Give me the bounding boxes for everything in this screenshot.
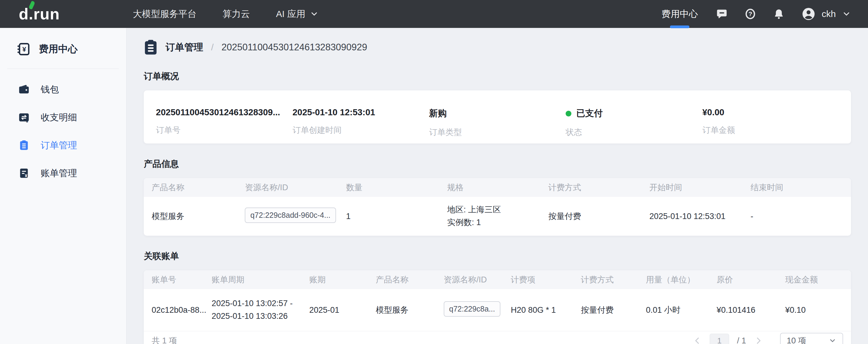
chevron-down-icon <box>829 337 836 344</box>
resource-id-tag[interactable]: q72:229c8a... <box>444 301 501 317</box>
top-navbar: d.run 大模型服务平台 算力云 AI 应用 费用中心 ? <box>0 0 868 28</box>
section-title-bills: 关联账单 <box>144 250 851 262</box>
col-billing-mode: 计费方式 <box>581 270 646 289</box>
chevron-down-icon <box>310 9 319 19</box>
section-title-product: 产品信息 <box>144 158 851 170</box>
status-badge: 已支付 <box>576 107 602 120</box>
col-product-name: 产品名称 <box>376 270 444 289</box>
sidebar-title: ¥ 费用中心 <box>0 28 126 56</box>
period-end: 2025-01-10 13:03:26 <box>212 310 306 323</box>
col-spec: 规格 <box>447 178 548 197</box>
breadcrumb-section[interactable]: 订单管理 <box>165 41 203 54</box>
help-icon[interactable]: ? <box>745 8 756 20</box>
chevron-down-icon <box>842 9 851 19</box>
cell-resource-id: q72:229c8add-960c-4... <box>245 197 346 236</box>
page-size-select[interactable]: 10 项 <box>780 333 843 344</box>
sidebar-divider <box>7 68 119 69</box>
cell-billing-item: H20 80G * 1 <box>511 289 581 331</box>
prev-page-icon[interactable] <box>693 336 702 344</box>
username: ckh <box>822 9 836 19</box>
user-menu[interactable]: ckh <box>802 7 851 21</box>
sidebar-item-label: 钱包 <box>41 84 59 96</box>
next-page-icon[interactable] <box>754 336 763 344</box>
col-billing-month: 账期 <box>309 270 376 289</box>
bills-table: 账单号 账单周期 账期 产品名称 资源名称/ID 计费项 计费方式 用量（单位）… <box>144 270 851 331</box>
logo-text: d.run <box>19 5 60 23</box>
cost-center-icon: ¥ <box>17 42 31 56</box>
sidebar-item-label: 账单管理 <box>41 167 77 180</box>
order-overview-card: 202501100453012461328309... 订单号 2025-01-… <box>144 90 851 144</box>
nav-item-compute-cloud[interactable]: 算力云 <box>223 8 250 20</box>
bill-management-icon: ¥ <box>18 167 30 179</box>
sidebar-title-label: 费用中心 <box>39 42 78 56</box>
cell-bill-period: 2025-01-10 13:02:57 - 2025-01-10 13:03:2… <box>212 289 309 331</box>
col-usage: 用量（单位） <box>646 270 717 289</box>
nav-item-label: 费用中心 <box>661 9 698 19</box>
nav-menu: 大模型服务平台 算力云 AI 应用 <box>133 8 319 20</box>
message-icon[interactable] <box>716 8 727 20</box>
nav-item-cost-center[interactable]: 费用中心 <box>660 8 699 20</box>
col-end-time: 结束时间 <box>751 178 851 197</box>
product-table-header: 产品名称 资源名称/ID 数量 规格 计费方式 开始时间 结束时间 <box>144 178 851 197</box>
sidebar-item-orders[interactable]: 订单管理 <box>0 131 126 159</box>
page-size-value: 10 项 <box>787 335 806 344</box>
breadcrumb-order-id: 2025011004530124613283090929 <box>221 42 367 53</box>
cell-billing-month: 2025-01 <box>309 289 376 331</box>
cell-original-price: ¥0.101416 <box>717 289 785 331</box>
sidebar-item-label: 收支明细 <box>41 111 77 124</box>
nav-item-label: 大模型服务平台 <box>133 8 196 20</box>
order-type-value: 新购 <box>429 107 566 120</box>
cell-quantity: 1 <box>346 197 447 236</box>
nav-item-model-platform[interactable]: 大模型服务平台 <box>133 8 196 20</box>
col-resource-id: 资源名称/ID <box>245 178 346 197</box>
order-number-value: 202501100453012461328309... <box>156 107 292 117</box>
order-number-label: 订单号 <box>156 125 292 135</box>
order-management-icon <box>18 139 30 151</box>
nav-item-label: 算力云 <box>223 8 250 20</box>
col-original-price: 原价 <box>717 270 785 289</box>
breadcrumb-separator: / <box>211 42 214 53</box>
bills-table-row: 02c12b0a-88... 2025-01-10 13:02:57 - 202… <box>144 289 851 331</box>
svg-text:¥: ¥ <box>26 119 28 123</box>
overview-field-created: 2025-01-10 12:53:01 订单创建时间 <box>292 107 429 144</box>
sidebar-item-bills[interactable]: ¥ 账单管理 <box>0 159 126 187</box>
spec-instances: 实例数: 1 <box>447 216 545 229</box>
page-count-label: / 1 <box>737 336 746 344</box>
cell-billing-mode: 按量付费 <box>548 197 649 236</box>
related-bills-card: 账单号 账单周期 账期 产品名称 资源名称/ID 计费项 计费方式 用量（单位）… <box>144 270 851 344</box>
cell-end-time: - <box>751 197 851 236</box>
current-page-input[interactable]: 1 <box>710 334 729 344</box>
product-table: 产品名称 资源名称/ID 数量 规格 计费方式 开始时间 结束时间 模型服务 q… <box>144 178 851 236</box>
order-amount-value: ¥0.00 <box>703 107 839 117</box>
svg-text:¥: ¥ <box>23 45 26 53</box>
logo[interactable]: d.run <box>19 5 116 23</box>
sidebar-item-wallet[interactable]: 钱包 <box>0 75 126 103</box>
spec-region: 地区: 上海三区 <box>447 204 545 216</box>
product-table-row: 模型服务 q72:229c8add-960c-4... 1 地区: 上海三区 实… <box>144 197 851 236</box>
overview-field-status: 已支付 状态 <box>566 107 702 144</box>
order-created-label: 订单创建时间 <box>292 125 429 135</box>
avatar-icon <box>802 7 815 21</box>
cell-usage: 0.01 小时 <box>646 289 717 331</box>
bell-icon[interactable] <box>773 8 784 20</box>
col-billing-item: 计费项 <box>511 270 581 289</box>
nav-item-ai-apps[interactable]: AI 应用 <box>276 8 319 20</box>
period-start: 2025-01-10 13:02:57 - <box>212 297 306 310</box>
cell-product-name: 模型服务 <box>144 197 245 236</box>
sidebar-item-transactions[interactable]: ¥ 收支明细 <box>0 103 126 131</box>
nav-item-label: AI 应用 <box>276 8 305 20</box>
income-expense-icon: ¥ <box>18 112 30 123</box>
col-quantity: 数量 <box>346 178 447 197</box>
nav-right: 费用中心 ? ckh <box>660 7 851 21</box>
wallet-icon <box>18 84 30 95</box>
main-content: 订单管理 / 2025011004530124613283090929 订单概况… <box>127 28 868 344</box>
overview-field-amount: ¥0.00 订单金额 <box>703 107 839 144</box>
svg-text:?: ? <box>748 10 752 17</box>
resource-id-tag[interactable]: q72:229c8add-960c-4... <box>245 208 336 223</box>
col-cash-amount: 现金金额 <box>785 270 851 289</box>
bills-table-header: 账单号 账单周期 账期 产品名称 资源名称/ID 计费项 计费方式 用量（单位）… <box>144 270 851 289</box>
breadcrumb: 订单管理 / 2025011004530124613283090929 <box>144 39 851 56</box>
col-resource-id: 资源名称/ID <box>444 270 511 289</box>
svg-text:¥: ¥ <box>25 173 27 178</box>
order-type-label: 订单类型 <box>429 127 566 138</box>
